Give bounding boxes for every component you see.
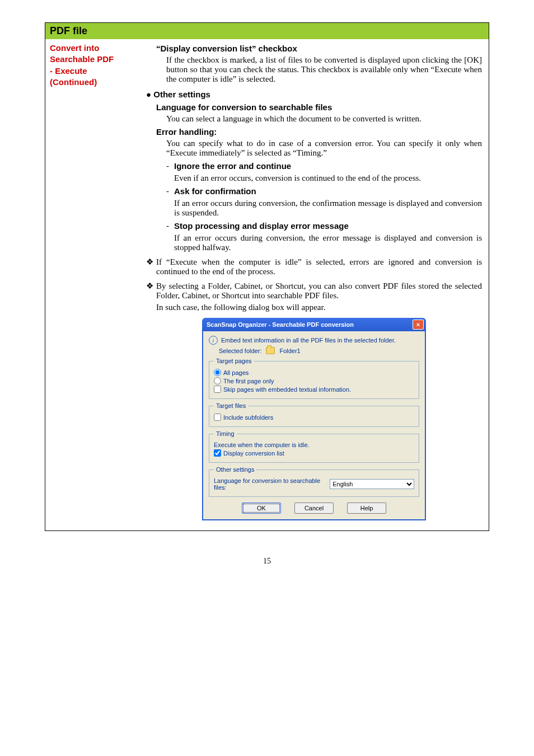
dash-body-ask: If an error occurs during conversion, th…: [174, 199, 482, 218]
pdf-file-section-table: PDF file Convert into Searchable PDF - E…: [45, 22, 489, 531]
dash-body-stop: If an error occurs during conversion, th…: [174, 233, 482, 252]
info-icon: i: [209, 336, 218, 345]
heading-error-handling: Error handling:: [156, 127, 482, 137]
selected-folder-label: Selected folder:: [219, 348, 261, 354]
dash-item-stop: -Stop processing and display error messa…: [166, 221, 482, 231]
fieldset-target-pages: Target pages All pages The first page on…: [209, 358, 419, 399]
dash-icon: -: [166, 186, 174, 196]
heading-language: Language for conversion to searchable fi…: [156, 102, 482, 112]
legend-timing: Timing: [214, 430, 237, 437]
left-line1: Convert into: [50, 43, 139, 54]
fieldset-timing: Timing Execute when the computer is idle…: [209, 430, 419, 463]
dash-item-ignore: -Ignore the error and continue: [166, 161, 482, 171]
dash-icon: -: [166, 161, 174, 171]
selected-folder-row: Selected folder: Folder1: [219, 347, 419, 354]
help-button[interactable]: Help: [347, 503, 386, 514]
dash-heading-ignore: Ignore the error and continue: [174, 161, 291, 171]
checkbox-display-conversion-list[interactable]: [214, 449, 221, 457]
dialog-info-text: Embed text information in all the PDF fi…: [221, 337, 396, 344]
radio-all-pages-label: All pages: [223, 369, 249, 376]
checkbox-skip-pages[interactable]: [214, 386, 221, 393]
page-number: 15: [45, 557, 489, 566]
para-display-conversion-checkbox: If the checkbox is marked, a list of fil…: [166, 55, 482, 84]
section-header: PDF file: [45, 23, 489, 39]
searchable-pdf-dialog: ScanSnap Organizer - Searchable PDF conv…: [202, 318, 426, 520]
diamond-icon: ❖: [146, 281, 156, 291]
dash-item-ask: -Ask for confirmation: [166, 186, 482, 196]
note-folder-convert-cont: In such case, the following dialog box w…: [156, 303, 482, 312]
para-error-handling: You can specify what to do in case of a …: [166, 139, 482, 158]
legend-other-settings: Other settings: [214, 466, 256, 473]
close-icon[interactable]: ×: [413, 320, 424, 330]
selected-folder-value: Folder1: [279, 348, 300, 354]
note-idle-ignored: ❖If “Execute when the computer is idle” …: [146, 257, 482, 276]
dash-body-ignore: Even if an error occurs, conversion is c…: [174, 173, 482, 183]
radio-all-pages[interactable]: [214, 369, 221, 376]
dash-heading-stop: Stop processing and display error messag…: [174, 221, 349, 231]
ok-button[interactable]: OK: [242, 503, 281, 514]
radio-first-page[interactable]: [214, 377, 221, 384]
dialog-button-row: OK Cancel Help: [209, 503, 419, 514]
timing-text: Execute when the computer is idle.: [214, 442, 310, 448]
left-column: Convert into Searchable PDF - Execute (C…: [45, 39, 144, 530]
left-line4: (Continued): [50, 77, 139, 88]
language-select[interactable]: English: [330, 479, 414, 489]
language-label: Language for conversion to searchable fi…: [214, 477, 321, 491]
heading-display-conversion-checkbox: “Display conversion list” checkbox: [156, 44, 482, 53]
radio-first-page-label: The first page only: [223, 378, 274, 384]
dash-heading-ask: Ask for confirmation: [174, 186, 256, 196]
checkbox-include-subfolders[interactable]: [214, 414, 221, 421]
dialog-body: i Embed text information in all the PDF …: [202, 331, 426, 520]
left-line2: Searchable PDF: [50, 54, 139, 65]
dash-icon: -: [166, 221, 174, 231]
cancel-button[interactable]: Cancel: [294, 503, 334, 514]
left-line3: - Execute: [50, 65, 139, 77]
dialog-info-row: i Embed text information in all the PDF …: [209, 336, 419, 345]
dialog-titlebar: ScanSnap Organizer - Searchable PDF conv…: [202, 318, 426, 331]
legend-target-files: Target files: [214, 402, 248, 409]
fieldset-other-settings: Other settings Language for conversion t…: [209, 466, 419, 497]
note-folder-convert: ❖By selecting a Folder, Cabinet, or Shor…: [146, 281, 482, 300]
para-language: You can select a language in which the d…: [166, 114, 482, 124]
heading-other-settings: ● Other settings: [146, 90, 482, 99]
fieldset-target-files: Target files Include subfolders: [209, 402, 419, 427]
dialog-title: ScanSnap Organizer - Searchable PDF conv…: [207, 321, 354, 328]
checkbox-include-subfolders-label: Include subfolders: [223, 414, 273, 421]
checkbox-skip-pages-label: Skip pages with embedded textual informa…: [223, 386, 351, 393]
legend-target-pages: Target pages: [214, 358, 254, 364]
folder-icon: [266, 347, 275, 354]
diamond-icon: ❖: [146, 257, 156, 267]
checkbox-display-conversion-list-label: Display conversion list: [223, 450, 284, 457]
right-column: “Display conversion list” checkbox If th…: [144, 39, 489, 530]
